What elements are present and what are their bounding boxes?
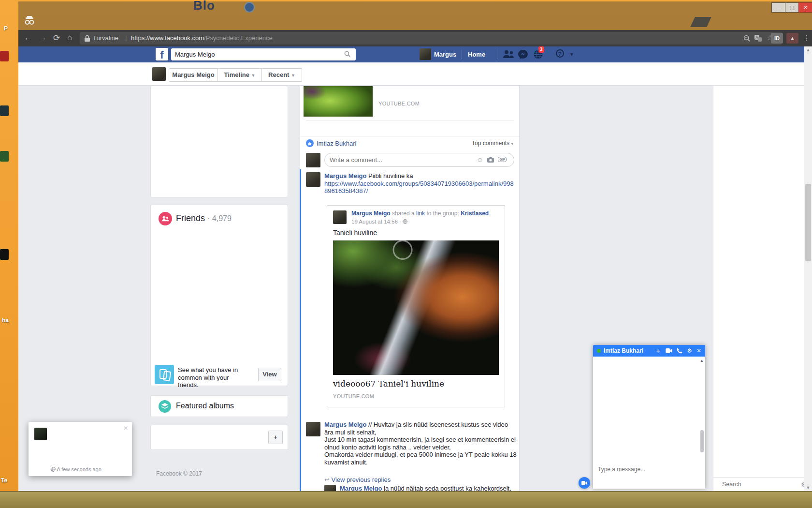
comment-avatar[interactable]: [306, 172, 320, 187]
facebook-search-input[interactable]: [171, 48, 356, 60]
desktop-icon[interactable]: [0, 249, 9, 260]
chat-settings-gear-icon[interactable]: ⚙: [687, 348, 692, 354]
chat-scrollbar[interactable]: ▲: [700, 359, 704, 460]
account-menu-caret-icon[interactable]: ▼: [569, 52, 574, 57]
online-status-dot: [597, 349, 601, 353]
albums-icon: [159, 400, 171, 413]
comment-author-link[interactable]: Margus Meigo: [324, 172, 366, 179]
new-activity-indicator: [300, 169, 301, 491]
chat-close-icon[interactable]: ✕: [696, 348, 701, 354]
profile-thumbnail[interactable]: [152, 67, 166, 81]
friends-section-icon: [159, 212, 172, 225]
chat-title[interactable]: Imtiaz Bukhari: [604, 347, 650, 354]
back-button-icon[interactable]: ←: [24, 33, 32, 43]
window-minimize-button[interactable]: —: [771, 2, 785, 13]
friends-title[interactable]: Friends · 4,979: [176, 213, 232, 224]
notification-badge: 3: [538, 46, 544, 53]
profile-name-button[interactable]: Margus Meigo: [169, 68, 218, 82]
gif-icon[interactable]: GIF: [498, 157, 507, 162]
comment-author-link[interactable]: Margus Meigo: [324, 421, 366, 428]
window-maximize-button[interactable]: ▢: [785, 2, 799, 13]
help-icon[interactable]: ?: [556, 49, 564, 58]
desktop-icon-label: ha: [2, 317, 9, 324]
chat-video-call-icon[interactable]: [666, 348, 672, 353]
comment-avatar[interactable]: [306, 422, 320, 436]
comment-author-link[interactable]: Margus Meigo: [340, 485, 382, 491]
comment-url-link[interactable]: https://www.facebook.com/groups/50834071…: [324, 180, 514, 195]
acrobat-extension-icon[interactable]: ▲: [786, 33, 798, 44]
search-icon[interactable]: [344, 51, 350, 57]
desktop-icon-label: Te: [1, 477, 7, 484]
add-language-button[interactable]: +: [268, 431, 283, 444]
view-previous-replies-link[interactable]: ↩ View previous replies: [324, 476, 391, 483]
refresh-button-icon[interactable]: ⟳: [53, 33, 60, 43]
header-home-link[interactable]: Home: [468, 51, 485, 58]
privacy-globe-icon: [51, 467, 56, 472]
contacts-search-input[interactable]: [721, 480, 801, 488]
scrollbar-up-icon[interactable]: ▲: [804, 46, 812, 53]
shared-post-timestamp[interactable]: 19 August at 14:56 ·: [351, 219, 407, 224]
liked-by-link[interactable]: Imtiaz Bukhari: [317, 140, 356, 147]
chat-scroll-up-icon[interactable]: ▲: [700, 359, 704, 363]
commenter-avatar[interactable]: [306, 153, 320, 167]
notification-timestamp: A few seconds ago: [51, 466, 102, 472]
forward-button-icon[interactable]: →: [39, 33, 47, 43]
shared-post-author-link[interactable]: Margus Meigo: [351, 210, 391, 217]
emoji-icon[interactable]: ☺: [477, 156, 483, 163]
browser-menu-icon[interactable]: ⋮: [803, 34, 810, 42]
profile-avatar[interactable]: [420, 48, 431, 60]
shared-post-avatar[interactable]: [333, 210, 347, 224]
facebook-logo-icon[interactable]: f: [156, 48, 168, 60]
top-comments-selector[interactable]: Top comments ▾: [472, 140, 513, 147]
shared-group-link[interactable]: Kristlased: [461, 210, 489, 217]
right-rail: YOUR PAGES SEE ALL CONTACTS ⚙ ✎: [713, 86, 804, 491]
address-separator: |: [125, 34, 127, 41]
page-scrollbar[interactable]: [804, 46, 812, 491]
zoom-out-icon[interactable]: [743, 35, 750, 42]
post-video-thumbnail[interactable]: [304, 86, 373, 117]
timeline-tab-button[interactable]: Timeline ▼: [218, 68, 262, 82]
translate-icon[interactable]: A: [754, 35, 762, 42]
chat-call-icon[interactable]: [677, 348, 682, 354]
chat-scroll-thumb[interactable]: [700, 430, 704, 452]
chat-window: Imtiaz Bukhari ＋ ⚙ ✕ ▲: [593, 345, 705, 489]
home-button-icon[interactable]: ⌂: [67, 33, 72, 43]
messenger-icon[interactable]: [518, 50, 528, 59]
header-profile-link[interactable]: Margus: [434, 51, 456, 58]
post-card: YOUTUBE.COM Imtiaz Bukhari Top comments …: [300, 86, 520, 491]
window-close-button[interactable]: ✕: [798, 2, 812, 13]
chat-header[interactable]: Imtiaz Bukhari ＋ ⚙ ✕: [593, 345, 705, 357]
desktop-icon[interactable]: [0, 105, 9, 116]
browser-toolbar: ← → ⟳ ⌂ Turvaline | https://www.facebook…: [18, 30, 812, 46]
address-bar[interactable]: Turvaline | https://www.facebook.com/Psy…: [80, 32, 782, 45]
friends-card: Friends · 4,979 See what you have in com…: [150, 205, 288, 386]
view-button[interactable]: View: [258, 368, 281, 381]
camera-icon[interactable]: [487, 157, 494, 163]
shared-video-player[interactable]: [333, 240, 499, 375]
featured-albums-card: Featured albums: [150, 395, 288, 417]
scrollbar-down-icon[interactable]: ▼: [804, 484, 812, 491]
comment-input[interactable]: [324, 153, 514, 167]
chat-message-input[interactable]: [593, 463, 705, 476]
video-title[interactable]: videooo67 Taniel'i huviline: [333, 379, 444, 388]
shared-link-word[interactable]: link: [416, 210, 425, 217]
notification-toast[interactable]: ✕ A few seconds ago: [29, 422, 132, 476]
recent-sort-button[interactable]: Recent ▼: [261, 68, 302, 82]
chat-toolbar: [593, 476, 705, 487]
chat-add-person-icon[interactable]: ＋: [654, 348, 661, 354]
floating-video-chat-icon[interactable]: [579, 477, 590, 489]
albums-title[interactable]: Featured albums: [176, 402, 234, 410]
id-extension-icon[interactable]: iD: [771, 33, 783, 44]
desktop-icon[interactable]: [0, 151, 9, 162]
copyright: Facebook © 2017: [156, 470, 202, 477]
shared-post-header: Margus Meigo shared a link to the group:…: [351, 210, 501, 217]
reply-text: Margus Meigo ja nüüd näitab seda postitu…: [340, 485, 514, 491]
security-label: Turvaline: [93, 34, 118, 42]
header-separator: [462, 50, 462, 59]
notification-close-icon[interactable]: ✕: [123, 425, 128, 432]
reply-avatar[interactable]: [324, 485, 336, 491]
scrollbar-thumb[interactable]: [805, 184, 811, 261]
desktop-icon[interactable]: [0, 51, 9, 61]
friend-requests-icon[interactable]: [503, 50, 514, 59]
like-badge-icon: [306, 139, 314, 147]
